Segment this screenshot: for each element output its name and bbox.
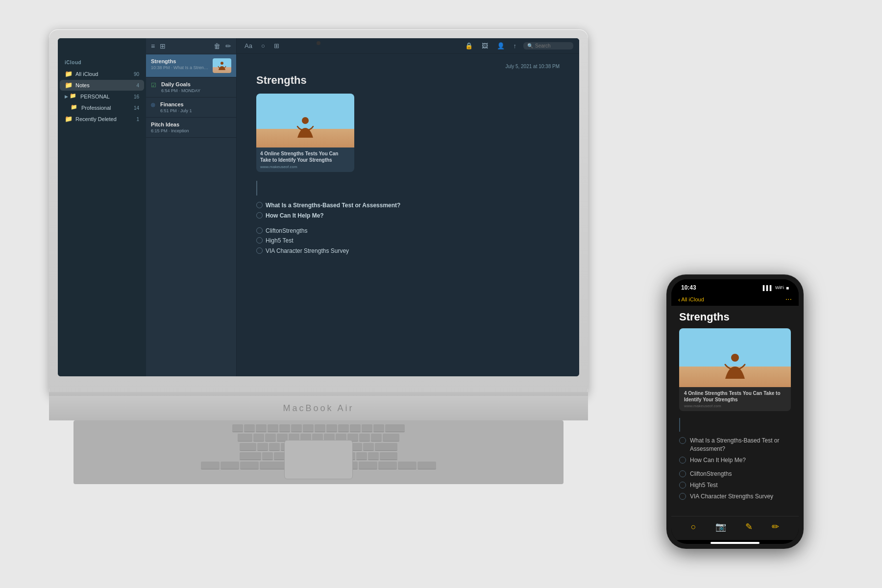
key (359, 462, 377, 469)
note-item-pitch-ideas[interactable]: Pitch Ideas 6:15 PM · Inception (146, 118, 236, 138)
checkbox-text: CliftonStrengths (266, 227, 307, 235)
phone-checkbox-text: High5 Test (690, 481, 717, 490)
phone-checkbox-item: How Can It Help Me? (679, 456, 791, 465)
tab-checklist-icon[interactable]: ○ (691, 522, 696, 532)
sidebar-item-professional[interactable]: 📁 Professional 14 (60, 102, 144, 113)
note-item-text: Pitch Ideas 6:15 PM · Inception (151, 122, 231, 133)
macbook-screen: iCloud 📁 All iCloud 90 📁 Notes 4 (58, 38, 579, 376)
key (350, 424, 361, 432)
key (356, 452, 367, 460)
photo-button[interactable]: 🖼 (480, 41, 490, 50)
svg-point-1 (302, 117, 309, 124)
phone-checkbox-text: VIA Character Strengths Survey (690, 492, 773, 501)
sidebar-item-recently-deleted[interactable]: 📁 Recently Deleted 1 (60, 114, 144, 124)
sidebar-item-count: 90 (134, 72, 139, 77)
svg-point-0 (220, 62, 223, 65)
note-time: 6:15 PM (151, 128, 168, 133)
more-button[interactable]: ··· (785, 295, 792, 304)
note-preview-text: Inception (171, 128, 189, 133)
phone-checkbox-item: What Is a Strengths-Based Test or Assess… (679, 437, 791, 453)
tab-camera-icon[interactable]: 📷 (715, 521, 726, 532)
link-preview-card[interactable]: 4 Online Strengths Tests You Can Take to… (256, 94, 354, 172)
phone-checkbox-circle (679, 493, 686, 500)
key (371, 434, 382, 441)
search-box[interactable]: 🔍 (523, 42, 573, 49)
editor-toolbar-left: Aa ○ ⊞ (243, 41, 281, 50)
folder-icon: 📁 (65, 81, 73, 89)
search-input[interactable] (535, 43, 569, 49)
checkbox-circle (256, 237, 263, 244)
phone-content: Strengths 4 Online Strengths Tests You C… (671, 306, 799, 516)
phone-outer: 10:43 ▌▌▌ WiFi ■ ‹ All iCloud ··· Streng… (666, 274, 804, 549)
note-title: Daily Goals (161, 81, 231, 87)
key (380, 452, 397, 460)
key (279, 424, 290, 432)
phone-checkbox-circle (679, 457, 686, 464)
note-preview-text: What Is a Streng... (173, 65, 210, 70)
key (257, 443, 268, 451)
key (351, 443, 362, 451)
strength-thumb-bg (213, 58, 231, 73)
list-view-icon[interactable]: ≡ (151, 42, 155, 50)
signal-icon: ▌▌▌ (763, 285, 773, 291)
sidebar-item-count: 16 (134, 94, 139, 99)
sidebar-item-personal[interactable]: ▶ 📁 PERSONAL 16 (60, 91, 144, 102)
phone-note-divider (679, 418, 680, 432)
font-button[interactable]: Aa (243, 41, 254, 50)
key (378, 462, 397, 469)
checkbox-text: What Is a Strengths-Based Test or Assess… (266, 201, 400, 210)
note-item-text: Finances 6:51 PM · July 1 (160, 101, 231, 113)
grid-view-icon[interactable]: ⊞ (160, 42, 166, 50)
note-item-text: Daily Goals 6:54 PM · MONDAY (161, 81, 231, 93)
sidebar-section-icloud: iCloud (58, 58, 146, 68)
phone-checkbox-group-2: CliftonStrengths High5 Test VIA Characte… (679, 470, 791, 500)
phone-link-title: 4 Online Strengths Tests You Can Take to… (684, 390, 786, 403)
back-chevron-icon: ‹ (678, 296, 680, 303)
sidebar-item-notes[interactable]: 📁 Notes 4 (60, 80, 144, 91)
key (240, 462, 259, 469)
note-item-text: Strengths 10:38 PM · What Is a Streng... (151, 58, 210, 73)
sidebar-item-count: 4 (136, 83, 139, 88)
key (274, 452, 285, 460)
phone-link-card[interactable]: 4 Online Strengths Tests You Can Take to… (679, 328, 791, 411)
editor-toolbar-right: 🔒 🖼 👤 ↑ 🔍 (463, 41, 574, 50)
key (262, 452, 273, 460)
checkbox-item: VIA Character Strengths Survey (256, 247, 560, 255)
lock-button[interactable]: 🔒 (463, 41, 475, 50)
person-button[interactable]: 👤 (495, 41, 507, 50)
phone-nav-bar: ‹ All iCloud ··· (671, 293, 799, 306)
key (220, 462, 239, 469)
macbook-body: MacBook Air (49, 396, 588, 420)
sidebar-item-all-icloud[interactable]: 📁 All iCloud 90 (60, 69, 144, 79)
key (303, 424, 314, 432)
sidebar-item-label: PERSONAL (80, 94, 132, 99)
notes-sidebar: iCloud 📁 All iCloud 90 📁 Notes 4 (58, 38, 146, 376)
phone-link-url: www.makeuseof.com (684, 404, 786, 408)
sidebar-item-count: 14 (134, 105, 139, 111)
note-item-strengths[interactable]: Strengths 10:38 PM · What Is a Streng... (146, 54, 236, 77)
phone-note-title: Strengths (679, 311, 791, 323)
note-item-daily-goals[interactable]: ☑ Daily Goals 6:54 PM · MONDAY (146, 77, 236, 98)
phone-tab-bar: ○ 📷 ✎ ✏ (671, 516, 799, 540)
link-card-title: 4 Online Strengths Tests You Can Take to… (260, 150, 350, 163)
tab-compose-icon[interactable]: ✏ (772, 521, 779, 532)
table-button[interactable]: ⊞ (272, 41, 281, 50)
iphone: 10:43 ▌▌▌ WiFi ■ ‹ All iCloud ··· Streng… (666, 274, 804, 549)
note-time: 6:54 PM (161, 88, 178, 93)
key (256, 424, 267, 432)
note-editor: Aa ○ ⊞ 🔒 🖼 👤 ↑ 🔍 (237, 38, 579, 376)
note-meta: 6:51 PM · July 1 (160, 108, 231, 113)
checklist-button[interactable]: ○ (259, 41, 267, 50)
battery-icon: ■ (786, 285, 789, 291)
phone-checkbox-text: What Is a Strengths-Based Test or Assess… (690, 437, 791, 453)
back-button[interactable]: ‹ All iCloud (678, 296, 704, 303)
link-card-person-icon (295, 116, 315, 140)
note-item-finances[interactable]: ◎ Finances 6:51 PM · July 1 (146, 98, 236, 118)
delete-icon[interactable]: 🗑 (214, 42, 220, 50)
macbook-camera (317, 41, 320, 45)
tab-pencil-icon[interactable]: ✎ (745, 521, 753, 532)
sidebar-item-label: Notes (75, 82, 134, 88)
phone-link-card-image (679, 328, 791, 387)
compose-icon[interactable]: ✏ (225, 42, 231, 50)
share-button[interactable]: ↑ (512, 41, 519, 50)
